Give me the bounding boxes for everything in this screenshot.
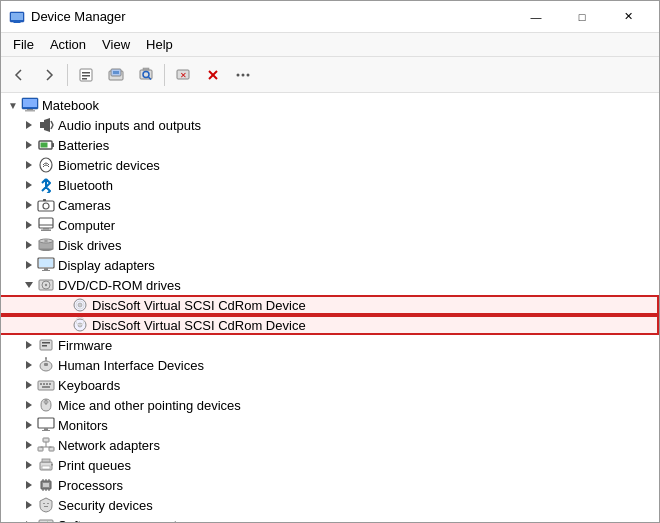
update-driver-button[interactable] xyxy=(102,61,130,89)
toggle-biometric[interactable] xyxy=(21,157,37,173)
toggle-monitors[interactable] xyxy=(21,417,37,433)
tree-item-biometric[interactable]: Biometric devices xyxy=(1,155,659,175)
toggle-bluetooth[interactable] xyxy=(21,177,37,193)
svg-rect-116 xyxy=(39,520,53,522)
svg-point-51 xyxy=(44,240,48,242)
close-button[interactable]: ✕ xyxy=(605,1,651,33)
svg-rect-12 xyxy=(143,68,149,70)
toggle-computer[interactable] xyxy=(21,217,37,233)
display-icon xyxy=(37,257,55,273)
disable-button[interactable]: ✕ xyxy=(169,61,197,89)
scan-hardware-button[interactable] xyxy=(132,61,160,89)
tree-item-dvd1[interactable]: DiscSoft Virtual SCSI CdRom Device xyxy=(1,295,659,315)
properties-button[interactable] xyxy=(72,61,100,89)
tree-item-disk[interactable]: Disk drives xyxy=(1,235,659,255)
print-label: Print queues xyxy=(58,458,131,473)
toggle-cameras[interactable] xyxy=(21,197,37,213)
svg-marker-42 xyxy=(26,221,32,229)
mice-icon xyxy=(37,397,55,413)
toggle-keyboards[interactable] xyxy=(21,377,37,393)
svg-rect-5 xyxy=(82,72,90,74)
print-icon xyxy=(37,457,55,473)
tree-item-mice[interactable]: Mice and other pointing devices xyxy=(1,395,659,415)
svg-rect-99 xyxy=(42,459,50,462)
tree-item-keyboards[interactable]: Keyboards xyxy=(1,375,659,395)
toolbar: ✕ xyxy=(1,57,659,93)
toggle-batteries[interactable] xyxy=(21,137,37,153)
dvd2-icon xyxy=(71,317,89,333)
tree-item-display[interactable]: Display adapters xyxy=(1,255,659,275)
menu-action[interactable]: Action xyxy=(42,35,94,54)
svg-rect-54 xyxy=(39,259,53,267)
toggle-disk[interactable] xyxy=(21,237,37,253)
firmware-label: Firmware xyxy=(58,338,112,353)
disk-label: Disk drives xyxy=(58,238,122,253)
tree-item-firmware[interactable]: Firmware xyxy=(1,335,659,355)
audio-icon xyxy=(37,117,55,133)
toolbar-sep-1 xyxy=(67,64,68,86)
svg-rect-82 xyxy=(42,386,50,388)
biometric-icon xyxy=(37,157,55,173)
minimize-button[interactable]: — xyxy=(513,1,559,33)
menu-file[interactable]: File xyxy=(5,35,42,54)
tree-item-dvd2[interactable]: DiscSoft Virtual SCSI CdRom Device xyxy=(1,315,659,335)
svg-rect-77 xyxy=(38,381,54,390)
menu-view[interactable]: View xyxy=(94,35,138,54)
more-button[interactable] xyxy=(229,61,257,89)
tree-item-hid[interactable]: Human Interface Devices xyxy=(1,355,659,375)
toggle-dvd1[interactable] xyxy=(55,297,71,313)
back-button[interactable] xyxy=(5,61,33,89)
proc-icon xyxy=(37,477,55,493)
menu-help[interactable]: Help xyxy=(138,35,181,54)
svg-rect-79 xyxy=(43,383,45,385)
uninstall-button[interactable] xyxy=(199,61,227,89)
svg-rect-6 xyxy=(82,75,90,77)
toggle-display[interactable] xyxy=(21,257,37,273)
tree-item-proc[interactable]: Processors xyxy=(1,475,659,495)
svg-marker-52 xyxy=(26,261,32,269)
toggle-dvd[interactable] xyxy=(21,277,37,293)
svg-rect-70 xyxy=(42,345,47,347)
tree-item-network[interactable]: Network adapters xyxy=(1,435,659,455)
tree-item-monitors[interactable]: Monitors xyxy=(1,415,659,435)
tree-item-computer[interactable]: Computer xyxy=(1,215,659,235)
svg-rect-25 xyxy=(25,110,35,112)
svg-rect-101 xyxy=(51,464,53,466)
toggle-swcomp[interactable] xyxy=(21,517,37,522)
toggle-hid[interactable] xyxy=(21,357,37,373)
tree-item-bluetooth[interactable]: Bluetooth xyxy=(1,175,659,195)
tree-item-security[interactable]: Security devices xyxy=(1,495,659,515)
svg-rect-7 xyxy=(82,78,87,80)
svg-point-62 xyxy=(78,303,82,307)
forward-button[interactable] xyxy=(35,61,63,89)
svg-rect-100 xyxy=(42,466,50,469)
toggle-network[interactable] xyxy=(21,437,37,453)
svg-rect-45 xyxy=(43,228,49,230)
tree-item-dvd[interactable]: DVD/CD-ROM drives xyxy=(1,275,659,295)
tree-root[interactable]: ▼ Matebook xyxy=(1,95,659,115)
batteries-label: Batteries xyxy=(58,138,109,153)
toggle-audio[interactable] xyxy=(21,117,37,133)
svg-marker-90 xyxy=(26,441,32,449)
tree-item-cameras[interactable]: Cameras xyxy=(1,195,659,215)
tree-item-batteries[interactable]: Batteries xyxy=(1,135,659,155)
maximize-button[interactable]: □ xyxy=(559,1,605,33)
device-tree[interactable]: ▼ Matebook Audio inputs and outputsBatte… xyxy=(1,93,659,522)
root-toggle[interactable]: ▼ xyxy=(5,97,21,113)
toggle-proc[interactable] xyxy=(21,477,37,493)
toggle-dvd2[interactable] xyxy=(55,317,71,333)
svg-marker-102 xyxy=(26,481,32,489)
toggle-security[interactable] xyxy=(21,497,37,513)
tree-item-swcomp[interactable]: Software components xyxy=(1,515,659,522)
toggle-firmware[interactable] xyxy=(21,337,37,353)
monitors-label: Monitors xyxy=(58,418,108,433)
svg-rect-113 xyxy=(47,503,49,504)
svg-marker-83 xyxy=(26,401,32,409)
tree-item-audio[interactable]: Audio inputs and outputs xyxy=(1,115,659,135)
disk-icon xyxy=(37,237,55,253)
proc-label: Processors xyxy=(58,478,123,493)
tree-item-print[interactable]: Print queues xyxy=(1,455,659,475)
svg-rect-114 xyxy=(44,506,48,507)
toggle-mice[interactable] xyxy=(21,397,37,413)
toggle-print[interactable] xyxy=(21,457,37,473)
